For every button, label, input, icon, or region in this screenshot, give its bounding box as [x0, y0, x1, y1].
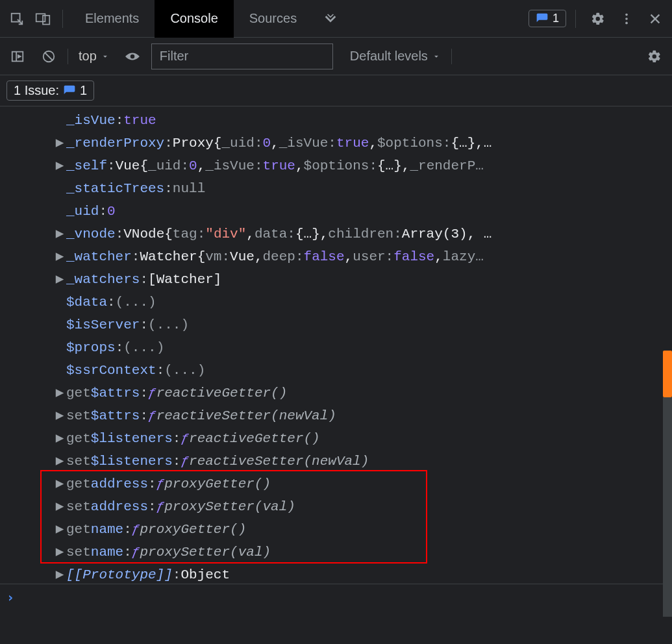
toolbar-divider — [575, 10, 576, 28]
inspect-element-icon[interactable] — [4, 6, 30, 32]
expand-icon[interactable]: ▶ — [55, 223, 65, 245]
scrollbar-track — [663, 397, 672, 617]
toolbar-divider — [451, 49, 452, 64]
console-output: _isVue: true ▶_renderProxy: Proxy {_uid:… — [0, 106, 672, 584]
expand-icon[interactable]: ▶ — [55, 132, 65, 155]
toolbar-divider — [62, 10, 63, 28]
object-row[interactable]: _isVue: true — [0, 109, 672, 132]
object-row[interactable]: _staticTrees: null — [0, 177, 672, 200]
object-row[interactable]: ▶set address: ƒ proxySetter(val) — [0, 495, 672, 518]
object-row[interactable]: ▶set $listeners: ƒ reactiveSetter(newVal… — [0, 450, 672, 473]
expand-icon[interactable]: ▶ — [55, 564, 65, 584]
expand-icon[interactable]: ▶ — [55, 404, 65, 427]
issues-counter[interactable]: 1 — [529, 10, 566, 27]
object-row[interactable]: ▶set $attrs: ƒ reactiveSetter(newVal) — [0, 404, 672, 427]
object-row[interactable]: ▶[[Prototype]]: Object — [0, 564, 672, 584]
device-toggle-icon[interactable] — [30, 6, 56, 32]
clear-console-icon[interactable] — [36, 44, 61, 69]
settings-icon[interactable] — [585, 6, 611, 32]
object-row[interactable]: $ssrContext: (...) — [0, 359, 672, 382]
expand-icon[interactable]: ▶ — [55, 382, 65, 404]
object-row[interactable]: ▶get $listeners: ƒ reactiveGetter() — [0, 427, 672, 450]
console-settings-icon[interactable] — [642, 44, 667, 69]
live-expression-icon[interactable] — [120, 44, 145, 69]
expand-icon[interactable]: ▶ — [55, 495, 65, 518]
filter-input[interactable] — [151, 43, 333, 69]
tab-elements[interactable]: Elements — [69, 0, 155, 38]
object-row[interactable]: $data: (...) — [0, 291, 672, 314]
expand-icon[interactable]: ▶ — [55, 245, 65, 268]
expand-icon[interactable]: ▶ — [55, 518, 65, 541]
expand-icon[interactable]: ▶ — [55, 473, 65, 495]
object-row[interactable]: ▶get $attrs: ƒ reactiveGetter() — [0, 382, 672, 404]
issue-pill[interactable]: 1 Issue: 1 — [6, 80, 94, 101]
expand-icon[interactable]: ▶ — [55, 541, 65, 564]
object-row[interactable]: ▶get address: ƒ proxyGetter() — [0, 473, 672, 495]
console-subtoolbar: top Default levels — [0, 38, 672, 75]
tab-console[interactable]: Console — [155, 0, 233, 38]
svg-point-5 — [625, 21, 628, 24]
tab-sources[interactable]: Sources — [234, 0, 312, 38]
kebab-menu-icon[interactable] — [614, 6, 640, 32]
svg-point-3 — [625, 13, 628, 16]
object-row[interactable]: ▶_self: Vue {_uid: 0, _isVue: true, $opt… — [0, 155, 672, 177]
expand-icon[interactable]: ▶ — [55, 450, 65, 473]
object-row[interactable]: ▶set name: ƒ proxySetter(val) — [0, 541, 672, 564]
log-level-selector[interactable]: Default levels — [350, 49, 441, 64]
sidebar-toggle-icon[interactable] — [5, 44, 30, 69]
more-tabs-icon[interactable] — [317, 6, 343, 32]
object-row[interactable]: _uid: 0 — [0, 200, 672, 223]
object-row[interactable]: ▶_watcher: Watcher {vm: Vue, deep: false… — [0, 245, 672, 268]
prompt-caret-icon: › — [6, 589, 14, 605]
expand-icon[interactable]: ▶ — [55, 268, 65, 291]
object-row[interactable]: ▶get name: ƒ proxyGetter() — [0, 518, 672, 541]
object-row[interactable]: ▶_watchers: [Watcher] — [0, 268, 672, 291]
devtools-toolbar: Elements Console Sources 1 — [0, 0, 672, 38]
object-row[interactable]: ▶_renderProxy: Proxy {_uid: 0, _isVue: t… — [0, 132, 672, 155]
scrollbar-thumb[interactable] — [663, 351, 672, 397]
issues-bar: 1 Issue: 1 — [0, 75, 672, 106]
svg-rect-2 — [43, 15, 49, 24]
toolbar-divider — [68, 49, 68, 64]
svg-point-4 — [625, 18, 628, 20]
object-row[interactable]: ▶_vnode: VNode {tag: "div", data: {…}, c… — [0, 223, 672, 245]
console-prompt[interactable]: › — [0, 584, 672, 610]
close-icon[interactable] — [642, 6, 668, 32]
expand-icon[interactable]: ▶ — [55, 427, 65, 450]
expand-icon[interactable]: ▶ — [55, 155, 65, 177]
tab-strip: Elements Console Sources — [69, 0, 343, 38]
object-row[interactable]: $props: (...) — [0, 336, 672, 359]
object-row[interactable]: $isServer: (...) — [0, 314, 672, 336]
execution-context-selector[interactable]: top — [75, 49, 114, 64]
